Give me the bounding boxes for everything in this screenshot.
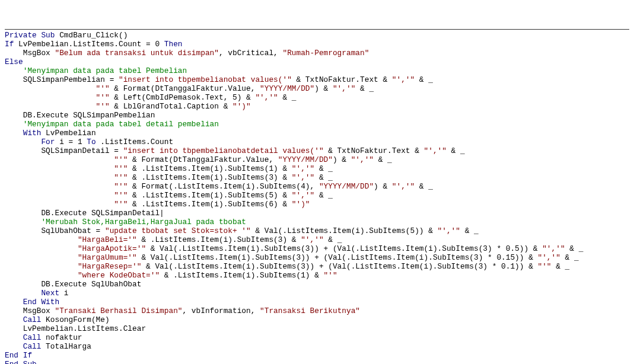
string-token: "YYYY/MM/DD" (319, 182, 374, 191)
ident-token: & _ (324, 235, 342, 244)
code-line: 'Merubah Stok,HargaBeli,HargaJual pada t… (5, 218, 629, 226)
code-line: "'" & LblGrandTotal.Caption & "')" (5, 102, 629, 111)
ident-token: & .ListItems.Item(i).SubItems(3) & (137, 235, 301, 244)
ident-token: & TxtNoFaktur.Text & (324, 146, 424, 155)
code-line: Call KosongForm(Me) (5, 315, 629, 324)
string-token: "','" (292, 191, 314, 200)
string-token: "HargaBeli='" (78, 235, 137, 244)
code-line: "'" & Format(DtTanggalFaktur.Value, "YYY… (5, 84, 629, 93)
code-line: "'" & .ListItems.Item(i).SubItems(5) & "… (5, 191, 629, 200)
ident-token: , vbCritical, (219, 49, 283, 58)
keyword-token: For (41, 138, 55, 146)
ident-token: TotalHarga (41, 342, 91, 351)
string-token: "YYYY/MM/DD" (260, 84, 314, 93)
code-line: If LvPembelian.ListItems.Count = 0 Then (5, 40, 629, 49)
string-token: "')" (232, 102, 251, 111)
string-token: "HargaApotik='" (78, 244, 146, 253)
ident-token: DB.Execute SqlUbahObat (41, 280, 141, 289)
string-token: "'" (114, 173, 128, 182)
string-token: "YYYY/MM/DD" (278, 155, 333, 164)
string-token: "'" (324, 271, 337, 280)
code-line: "'" & .ListItems.Item(i).SubItems(3) & "… (5, 173, 629, 182)
ident-token: LvPembelian (41, 129, 95, 138)
ident-token: MsgBox (23, 306, 55, 315)
code-line: "where KodeObat='" & .ListItems.Item(i).… (5, 271, 629, 280)
keyword-token: To (87, 138, 95, 146)
string-token: "'" (96, 102, 110, 111)
string-token: "'" (114, 164, 128, 173)
code-line: For i = 1 To .ListItems.Count (5, 138, 629, 146)
code-line: With LvPembelian (5, 129, 629, 138)
ident-token: & _ (460, 226, 479, 235)
string-token: "'" (538, 262, 552, 271)
string-token: "','" (351, 155, 374, 164)
keyword-token: If (5, 40, 14, 49)
string-token: "','" (333, 84, 355, 93)
ident-token: & Val(.ListItems.Item(i).SubItems(3)) + … (141, 262, 537, 271)
ident-token: & Val(.ListItems.Item(i).SubItems(5)) & (251, 226, 438, 235)
ident-token: & Left(CmbIdPemasok.Text, 5) & (110, 93, 256, 102)
ident-token: SQLSimpanPembelian = (23, 75, 119, 84)
code-line: SQLSimpanDetail = "insert into tbpembeli… (5, 146, 629, 155)
ident-token: & _ (560, 253, 579, 262)
string-token: "')" (292, 200, 310, 209)
code-line: Private Sub CmdBaru_Click() (5, 31, 629, 40)
code-line: DB.Execute SQLSimpanDetail| (5, 209, 629, 218)
code-line: Else (5, 58, 629, 66)
string-token: "','" (255, 93, 278, 102)
code-line: "'" & .ListItems.Item(i).SubItems(1) & "… (5, 164, 629, 173)
string-token: "insert into tbpembelianobat values('" (119, 75, 292, 84)
ident-token: & _ (565, 244, 584, 253)
ident-token: & _ (374, 155, 392, 164)
code-line: SQLSimpanPembelian = "insert into tbpemb… (5, 75, 629, 84)
comment-token: 'Menyimpan data pada tabel detail pembel… (23, 120, 219, 129)
code-line: MsgBox "Transaki Berhasil Disimpan", vbI… (5, 306, 629, 315)
keyword-token: End Sub (5, 360, 37, 364)
ident-token: & .ListItems.Item(i).SubItems(1) & (160, 271, 323, 280)
ident-token: CmdBaru_Click() (55, 31, 128, 40)
ident-token: i = 1 (55, 138, 87, 146)
ident-token: & Format(DtTanggalFaktur.Value, (128, 155, 278, 164)
keyword-token: Private Sub (5, 31, 55, 40)
code-line: End With (5, 298, 629, 306)
keyword-token: End If (5, 351, 32, 360)
string-token: "'" (114, 200, 128, 209)
code-line: "HargaUmum='" & Val(.ListItems.Item(i).S… (5, 253, 629, 262)
string-token: "HargaUmum='" (78, 253, 137, 262)
ident-token: & .ListItems.Item(i).SubItems(1) & (128, 164, 291, 173)
ident-token: nofaktur (41, 333, 82, 342)
string-token: "'" (96, 93, 110, 102)
keyword-token: Call (23, 333, 42, 342)
ident-token: & _ (415, 75, 433, 84)
string-token: "','" (424, 146, 447, 155)
string-token: "'" (114, 191, 128, 200)
code-line: "HargaApotik='" & Val(.ListItems.Item(i)… (5, 244, 629, 253)
ident-token: & _ (552, 262, 570, 271)
code-editor[interactable]: Private Sub CmdBaru_Click()If LvPembelia… (5, 29, 629, 364)
ident-token: & _ (447, 146, 465, 155)
code-line: "'" & Format(.ListItems.Item(i).SubItems… (5, 182, 629, 191)
ident-token: , vbInformation, (183, 306, 260, 315)
code-line: "'" & Format(DtTanggalFaktur.Value, "YYY… (5, 155, 629, 164)
keyword-token: End With (23, 298, 59, 306)
code-line: "HargaBeli='" & .ListItems.Item(i).SubIt… (5, 235, 629, 244)
code-line: "HargaResep='" & Val(.ListItems.Item(i).… (5, 262, 629, 271)
string-token: "where KodeObat='" (78, 271, 160, 280)
string-token: "','" (542, 244, 565, 253)
code-line: Call TotalHarga (5, 342, 629, 351)
string-token: "','" (392, 75, 415, 84)
code-line: Next i (5, 289, 629, 298)
ident-token: & .ListItems.Item(i).SubItems(6) & (128, 200, 291, 209)
code-line: Call nofaktur (5, 333, 629, 342)
ident-token: ) & (314, 84, 333, 93)
code-line: 'Menyimpan data pada tabel detail pembel… (5, 120, 629, 129)
string-token: "'" (96, 84, 110, 93)
ident-token: KosongForm(Me) (41, 315, 109, 324)
ident-token: & .ListItems.Item(i).SubItems(3) & (128, 173, 291, 182)
ident-token: & _ (314, 191, 333, 200)
code-line: 'Menyimpan data pada tabel Pembelian (5, 66, 629, 75)
ident-token: ) & (333, 155, 351, 164)
ident-token: DB.Execute SQLSimpanDetail| (41, 209, 164, 218)
ident-token: & _ (314, 164, 333, 173)
string-token: "','" (438, 226, 460, 235)
